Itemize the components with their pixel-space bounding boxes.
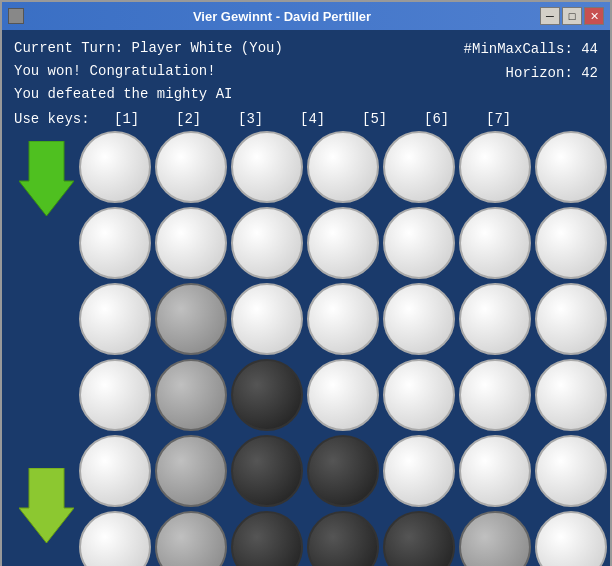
keys-label: Use keys: xyxy=(14,111,90,127)
cell-4-5[interactable] xyxy=(459,435,531,507)
cell-2-1[interactable] xyxy=(155,283,227,355)
title-bar: Vier Gewinnt - David Pertiller ─ □ ✕ xyxy=(2,2,610,30)
key-5[interactable]: [5] xyxy=(344,111,406,127)
svg-marker-1 xyxy=(19,468,74,543)
horizon: Horizon: 42 xyxy=(464,62,598,86)
cell-3-3[interactable] xyxy=(307,359,379,431)
grid-row-1 xyxy=(79,207,607,279)
info-section: Current Turn: Player White (You) You won… xyxy=(14,38,598,107)
minimize-button[interactable]: ─ xyxy=(540,7,560,25)
cell-4-0[interactable] xyxy=(79,435,151,507)
cell-4-2[interactable] xyxy=(231,435,303,507)
keys-row: Use keys: [1] [2] [3] [4] [5] [6] [7] xyxy=(14,111,598,127)
window-controls: ─ □ ✕ xyxy=(540,7,604,25)
svg-marker-0 xyxy=(19,141,74,216)
cell-3-2[interactable] xyxy=(231,359,303,431)
cell-1-1[interactable] xyxy=(155,207,227,279)
maximize-button[interactable]: □ xyxy=(562,7,582,25)
cell-0-3[interactable] xyxy=(307,131,379,203)
cell-5-1[interactable] xyxy=(155,511,227,566)
cell-5-3[interactable] xyxy=(307,511,379,566)
cell-4-3[interactable] xyxy=(307,435,379,507)
cell-5-2[interactable] xyxy=(231,511,303,566)
cell-0-2[interactable] xyxy=(231,131,303,203)
cell-3-5[interactable] xyxy=(459,359,531,431)
key-2[interactable]: [2] xyxy=(158,111,220,127)
grid-row-3 xyxy=(79,359,607,431)
cell-1-5[interactable] xyxy=(459,207,531,279)
key-6[interactable]: [6] xyxy=(406,111,468,127)
cell-5-6[interactable] xyxy=(535,511,607,566)
cell-0-4[interactable] xyxy=(383,131,455,203)
left-info: Current Turn: Player White (You) You won… xyxy=(14,38,464,107)
cell-1-6[interactable] xyxy=(535,207,607,279)
cell-2-2[interactable] xyxy=(231,283,303,355)
top-arrow-down xyxy=(19,141,74,216)
cell-0-1[interactable] xyxy=(155,131,227,203)
cell-0-0[interactable] xyxy=(79,131,151,203)
cell-1-0[interactable] xyxy=(79,207,151,279)
main-content: Current Turn: Player White (You) You won… xyxy=(2,30,610,566)
cell-4-1[interactable] xyxy=(155,435,227,507)
key-7[interactable]: [7] xyxy=(468,111,530,127)
key-1[interactable]: [1] xyxy=(96,111,158,127)
app-icon xyxy=(8,8,24,24)
main-window: Vier Gewinnt - David Pertiller ─ □ ✕ Cur… xyxy=(0,0,612,566)
cell-0-6[interactable] xyxy=(535,131,607,203)
cell-3-6[interactable] xyxy=(535,359,607,431)
cell-2-5[interactable] xyxy=(459,283,531,355)
grid-row-2 xyxy=(79,283,607,355)
key-4[interactable]: [4] xyxy=(282,111,344,127)
grid-row-0 xyxy=(79,131,607,203)
close-button[interactable]: ✕ xyxy=(584,7,604,25)
cell-2-6[interactable] xyxy=(535,283,607,355)
current-turn-label: Current Turn: Player White (You) xyxy=(14,38,464,59)
game-grid xyxy=(79,131,607,566)
cell-5-4[interactable] xyxy=(383,511,455,566)
bottom-arrow-down xyxy=(19,468,74,543)
window-title: Vier Gewinnt - David Pertiller xyxy=(24,9,540,24)
arrow-column xyxy=(14,131,79,566)
win-message-line1: You won! Congratulation! xyxy=(14,61,464,82)
minmax-calls: #MinMaxCalls: 44 xyxy=(464,38,598,62)
cell-5-5[interactable] xyxy=(459,511,531,566)
cell-3-0[interactable] xyxy=(79,359,151,431)
cell-2-3[interactable] xyxy=(307,283,379,355)
cell-1-4[interactable] xyxy=(383,207,455,279)
right-info: #MinMaxCalls: 44 Horizon: 42 xyxy=(464,38,598,86)
cell-0-5[interactable] xyxy=(459,131,531,203)
cell-2-0[interactable] xyxy=(79,283,151,355)
cell-3-1[interactable] xyxy=(155,359,227,431)
cell-4-4[interactable] xyxy=(383,435,455,507)
win-message-line2: You defeated the mighty AI xyxy=(14,84,464,105)
cell-4-6[interactable] xyxy=(535,435,607,507)
grid-row-5 xyxy=(79,511,607,566)
grid-row-4 xyxy=(79,435,607,507)
cell-5-0[interactable] xyxy=(79,511,151,566)
cell-1-3[interactable] xyxy=(307,207,379,279)
cell-2-4[interactable] xyxy=(383,283,455,355)
board-area xyxy=(14,131,598,566)
key-3[interactable]: [3] xyxy=(220,111,282,127)
cell-3-4[interactable] xyxy=(383,359,455,431)
cell-1-2[interactable] xyxy=(231,207,303,279)
